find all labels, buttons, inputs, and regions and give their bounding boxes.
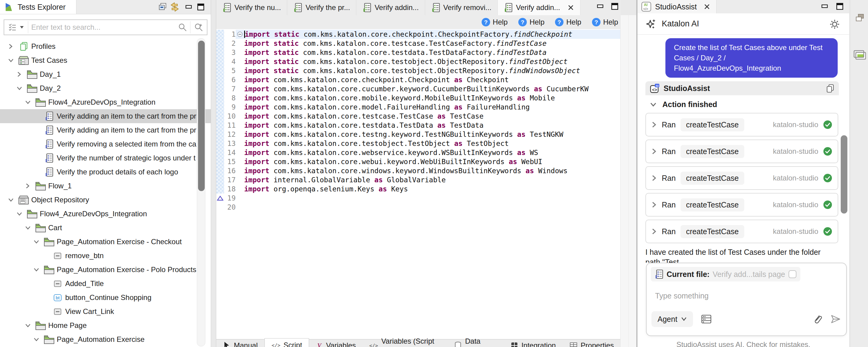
- help-label: Help: [530, 18, 545, 26]
- chevron-down-icon[interactable]: [25, 99, 34, 105]
- current-file-chip[interactable]: Current file: Verify add...tails page: [651, 267, 800, 282]
- minimize-assist-button[interactable]: [821, 2, 829, 10]
- chat-scrollbar-thumb[interactable]: [841, 135, 847, 214]
- tree-item[interactable]: Verify the product details of each logo: [0, 165, 211, 179]
- search-input[interactable]: [28, 23, 175, 32]
- help-button[interactable]: ?Help: [481, 18, 508, 27]
- tree-item[interactable]: Day_2: [0, 81, 211, 95]
- maximize-editor-button[interactable]: [611, 2, 619, 10]
- tree-item[interactable]: Day_1: [0, 67, 211, 81]
- editor-tab[interactable]: Verify the pr...: [287, 0, 356, 15]
- chevron-right-icon[interactable]: [651, 121, 657, 128]
- action-card[interactable]: RancreateTestCasekatalon-studio: [645, 113, 838, 136]
- chevron-right-icon[interactable]: [651, 148, 657, 155]
- editor-tab[interactable]: Verify removi...: [425, 0, 498, 15]
- chevron-right-icon[interactable]: [25, 183, 34, 189]
- tree-item[interactable]: Home Page: [0, 318, 211, 333]
- tree-item[interactable]: Flow_1: [0, 179, 211, 193]
- minimize-panel-button[interactable]: [183, 2, 194, 12]
- tree-item[interactable]: Page_Automation Exercise - Checkout: [0, 235, 211, 249]
- action-card[interactable]: RancreateTestCasekatalon-studio: [645, 220, 838, 243]
- view-tab-manual[interactable]: Manual: [216, 339, 265, 347]
- tree-item[interactable]: Verify adding an item to the cart from t…: [0, 109, 211, 123]
- restore-view-button[interactable]: [853, 11, 866, 24]
- minimize-editor-button[interactable]: [596, 2, 604, 10]
- chevron-down-icon[interactable]: [33, 266, 43, 273]
- tree-scrollbar-thumb[interactable]: [198, 41, 205, 191]
- action-card[interactable]: RancreateTestCasekatalon-studio: [645, 166, 838, 190]
- chevron-down-icon[interactable]: [8, 57, 17, 63]
- chevron-down-icon[interactable]: [25, 225, 34, 231]
- test-case-tab-icon: [431, 2, 440, 13]
- chevron-right-icon[interactable]: [651, 228, 657, 235]
- filter-caret-down-icon[interactable]: [20, 26, 24, 29]
- chevron-down-icon[interactable]: [33, 336, 43, 342]
- tree-item[interactable]: Profiles: [0, 39, 211, 53]
- gear-icon[interactable]: [829, 19, 840, 30]
- chevron-down-icon[interactable]: [25, 322, 34, 328]
- context-source-icon[interactable]: [701, 314, 712, 324]
- code-editor[interactable]: 1import static com.kms.katalon.core.chec…: [216, 29, 621, 339]
- chevron-down-icon[interactable]: [16, 211, 26, 217]
- current-file-checkbox[interactable]: [788, 270, 797, 279]
- help-button[interactable]: ?Help: [555, 18, 581, 27]
- help-button[interactable]: ?Help: [592, 18, 618, 27]
- chevron-right-icon[interactable]: [651, 175, 657, 182]
- code-icon: </>: [272, 342, 281, 347]
- tree-item[interactable]: Verify removing a selected item from the…: [0, 137, 211, 151]
- tree-item[interactable]: Flow4_AzureDevOps_Integration: [0, 207, 211, 221]
- test-artifact-view-button[interactable]: [853, 49, 866, 62]
- chevron-down-icon[interactable]: [33, 239, 43, 245]
- action-status-row[interactable]: Action finished: [650, 100, 717, 109]
- link-with-editor-button[interactable]: [169, 2, 180, 12]
- fold-collapse-icon[interactable]: [236, 30, 244, 39]
- tree-item[interactable]: Flow4_AzureDevOps_Integration: [0, 95, 211, 109]
- editor-tab[interactable]: Verify addin...: [498, 0, 580, 15]
- search-advanced-icon[interactable]: [190, 23, 207, 32]
- view-tab-variables[interactable]: VVariables: [309, 339, 363, 347]
- tree-item[interactable]: View Cart_Link: [0, 305, 211, 318]
- search-icon[interactable]: [175, 23, 190, 32]
- view-tab-integration[interactable]: Integration: [504, 339, 562, 347]
- chevron-right-icon[interactable]: [16, 71, 26, 77]
- action-card[interactable]: RancreateTestCasekatalon-studio: [645, 139, 838, 163]
- tree-item[interactable]: Added_Title: [0, 277, 211, 291]
- tree-item[interactable]: Object Repository: [0, 193, 211, 207]
- agent-mode-dropdown[interactable]: Agent: [651, 311, 693, 327]
- tree-item[interactable]: Verify the number of strategic logos und…: [0, 151, 211, 165]
- tab-studio-assist[interactable]: AI</> StudioAssist: [638, 0, 717, 13]
- chevron-down-icon[interactable]: [650, 102, 657, 108]
- tab-tests-explorer[interactable]: Tests Explorer: [0, 0, 76, 14]
- tree-item[interactable]: Page_Automation Exercise: [0, 333, 211, 346]
- collapse-all-button[interactable]: [157, 2, 168, 12]
- view-tab-data-binding[interactable]: Data Binding: [447, 339, 504, 347]
- chevron-down-icon[interactable]: [16, 85, 26, 91]
- filter-list-icon[interactable]: [4, 23, 20, 32]
- tree-item[interactable]: btbutton_Continue Shopping: [0, 291, 211, 305]
- attachment-paperclip-icon[interactable]: [812, 314, 823, 324]
- maximize-assist-button[interactable]: [836, 2, 844, 10]
- tree-item[interactable]: Verify adding an item to the cart from t…: [0, 123, 211, 137]
- folder-icon: [26, 69, 38, 79]
- send-icon[interactable]: [830, 314, 841, 324]
- tree-item[interactable]: Cart: [0, 221, 211, 235]
- help-button[interactable]: ?Help: [518, 18, 545, 27]
- close-assist-tab-icon[interactable]: [704, 3, 710, 10]
- close-tab-icon[interactable]: [567, 4, 574, 11]
- tree-item[interactable]: remove_btn: [0, 249, 211, 263]
- chevron-right-icon[interactable]: [651, 201, 657, 209]
- copy-icon[interactable]: [826, 84, 835, 93]
- chevron-down-icon[interactable]: [8, 197, 17, 203]
- view-tab-variables-script-mode-[interactable]: </>Variables (Script mode): [363, 339, 447, 347]
- prompt-input-box[interactable]: Current file: Verify add...tails page Ag…: [646, 263, 847, 336]
- tree-item[interactable]: Page_Automation Exercise - Polo Products: [0, 263, 211, 277]
- prompt-input[interactable]: [654, 291, 826, 301]
- view-tab-script[interactable]: </>Script: [265, 338, 309, 347]
- view-tab-properties[interactable]: Properties: [563, 339, 621, 347]
- maximize-panel-button[interactable]: [195, 2, 206, 12]
- action-card[interactable]: RancreateTestCasekatalon-studio: [645, 193, 838, 217]
- chevron-right-icon[interactable]: [8, 43, 17, 50]
- tree-item[interactable]: Test Cases: [0, 53, 211, 67]
- editor-tab[interactable]: Verify addin...: [356, 0, 425, 15]
- editor-tab[interactable]: Verify the nu...: [216, 0, 287, 15]
